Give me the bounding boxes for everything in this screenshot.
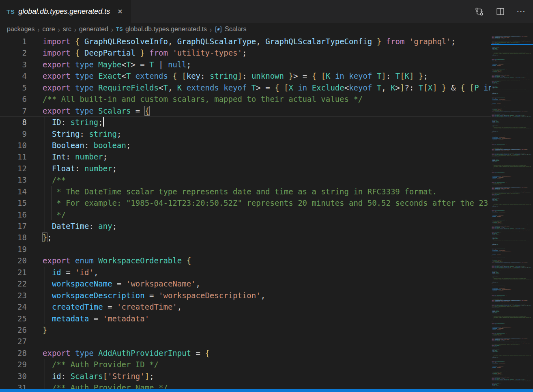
code-line[interactable]: 12 Float: number; — [0, 163, 491, 174]
code-line[interactable]: 17 DateTime: any; — [0, 220, 491, 232]
code-line[interactable]: 13 /** — [0, 174, 491, 185]
code-line[interactable]: 10 Boolean: boolean; — [0, 140, 491, 151]
breadcrumb-label: packages — [7, 26, 35, 33]
code-line[interactable]: 28export type AddAuthProviderInput = { — [0, 347, 491, 359]
code-line[interactable]: 21 id = 'id', — [0, 267, 491, 278]
breadcrumb-item-global-db-types-generated-ts[interactable]: TSglobal.db.types.generated.ts — [116, 26, 207, 33]
line-number[interactable]: 24 — [0, 301, 27, 312]
tab-global-db-types-generated-ts[interactable]: TS global.db.types.generated.ts ✕ — [0, 0, 131, 23]
code-line[interactable]: 11 Int: number; — [0, 151, 491, 162]
code-line[interactable]: 4export type Exact<T extends { [key: str… — [0, 70, 491, 82]
code-line[interactable]: 14 * The DateTime scalar type represents… — [0, 186, 491, 197]
minimap[interactable]: 1import { GraphQLResolveInfo, GraphQLSca… — [491, 36, 533, 389]
line-number[interactable]: 7 — [0, 105, 27, 116]
line-number[interactable]: 9 — [0, 128, 27, 140]
code-token — [43, 314, 52, 323]
code-line[interactable]: 18}; — [0, 232, 491, 243]
breadcrumb-item-generated[interactable]: generated — [79, 26, 108, 33]
line-number[interactable]: 2 — [0, 47, 27, 58]
code-token: T — [126, 71, 131, 80]
code-line[interactable]: 31 /** Auth Provider Name */ — [0, 382, 491, 389]
code-editor[interactable]: 1import { GraphQLResolveInfo, GraphQLSca… — [0, 36, 491, 389]
code-line[interactable]: 27 — [0, 336, 491, 347]
code-line[interactable]: 19 — [0, 243, 491, 255]
minimap-code-texture: 1import { GraphQLResolveInfo, GraphQLSca… — [492, 149, 533, 187]
line-content: workspaceName = 'workspaceName', — [43, 278, 491, 289]
line-number[interactable]: 21 — [0, 267, 27, 278]
line-number[interactable]: 1 — [0, 36, 27, 47]
code-line[interactable]: 25 metadata = 'metadata' — [0, 313, 491, 324]
code-token: < — [121, 71, 126, 80]
code-line[interactable]: 30 id: Scalars['String']; — [0, 370, 491, 382]
line-number[interactable]: 27 — [0, 336, 27, 347]
line-number[interactable]: 19 — [0, 243, 27, 255]
line-number[interactable]: 22 — [0, 278, 27, 289]
line-number[interactable]: 4 — [0, 70, 27, 82]
code-token: unknown — [251, 71, 284, 80]
line-number[interactable]: 8 — [0, 116, 27, 128]
code-token: null — [168, 60, 187, 69]
code-token: : — [242, 71, 251, 80]
breadcrumb-item-packages[interactable]: packages — [7, 26, 35, 33]
code-token: } — [288, 71, 293, 80]
line-content: DateTime: any; — [43, 220, 491, 232]
code-token: K — [177, 83, 182, 92]
ellipsis-glyph: ⋯ — [516, 9, 526, 13]
code-line[interactable]: 23 workspaceDescription = 'workspaceDesc… — [0, 290, 491, 301]
code-token: * For example: "1985-04-12T23:20:50.52Z"… — [43, 198, 488, 207]
line-number[interactable]: 20 — [0, 255, 27, 266]
code-token: T — [149, 60, 154, 69]
code-line[interactable]: 20export enum WorkspaceOrderable { — [0, 255, 491, 266]
code-line[interactable]: 9 String: string; — [0, 128, 491, 140]
split-editor-icon[interactable] — [495, 6, 505, 17]
code-token: < — [159, 83, 163, 92]
line-number[interactable]: 13 — [0, 174, 27, 185]
line-number[interactable]: 28 — [0, 347, 27, 359]
code-line[interactable]: 3export type Maybe<T> = T | null; — [0, 59, 491, 70]
code-line[interactable]: 6/** All built-in and custom scalars, ma… — [0, 93, 491, 105]
line-number[interactable]: 18 — [0, 232, 27, 243]
code-token: { — [75, 37, 80, 46]
line-number[interactable]: 17 — [0, 220, 27, 232]
code-token — [437, 83, 442, 92]
open-changes-icon[interactable] — [474, 6, 484, 17]
code-line[interactable]: 29 /** Auth Provider ID */ — [0, 359, 491, 370]
line-number[interactable]: 10 — [0, 140, 27, 151]
line-number[interactable]: 11 — [0, 151, 27, 162]
code-line[interactable]: 1import { GraphQLResolveInfo, GraphQLSca… — [0, 36, 491, 47]
code-line[interactable]: 15 * For example: "1985-04-12T23:20:50.5… — [0, 197, 491, 209]
code-line[interactable]: 26} — [0, 324, 491, 336]
line-number[interactable]: 15 — [0, 197, 27, 209]
line-content: id: Scalars['String']; — [43, 370, 491, 382]
code-line[interactable]: 16 */ — [0, 209, 491, 220]
code-token: 'utility-types' — [172, 48, 242, 57]
line-number[interactable]: 14 — [0, 186, 27, 197]
line-number[interactable]: 5 — [0, 82, 27, 93]
code-token: export — [43, 60, 75, 69]
breadcrumb-item-scalars[interactable]: Scalars — [215, 26, 246, 33]
code-line[interactable]: 8 ID: string; — [0, 116, 491, 128]
code-token: ID — [52, 118, 61, 127]
breadcrumb-item-src[interactable]: src — [63, 26, 71, 33]
code-token: export — [43, 71, 75, 80]
line-number[interactable]: 25 — [0, 313, 27, 324]
line-number[interactable]: 12 — [0, 163, 27, 174]
code-line[interactable]: 22 workspaceName = 'workspaceName', — [0, 278, 491, 289]
line-number[interactable]: 23 — [0, 290, 27, 301]
line-number[interactable]: 6 — [0, 93, 27, 105]
code-token: */ — [43, 210, 66, 219]
more-actions-icon[interactable]: ⋯ — [516, 6, 527, 17]
line-number[interactable]: 16 — [0, 209, 27, 220]
code-line[interactable]: 2import { DeepPartial } from 'utility-ty… — [0, 47, 491, 58]
line-number[interactable]: 29 — [0, 359, 27, 370]
code-line[interactable]: 7export type Scalars = { — [0, 105, 491, 116]
line-number[interactable]: 26 — [0, 324, 27, 336]
code-line[interactable]: 24 createdTime = 'createdTime', — [0, 301, 491, 312]
breadcrumb-item-core[interactable]: core — [43, 26, 55, 33]
line-number[interactable]: 3 — [0, 59, 27, 70]
line-number[interactable]: 30 — [0, 370, 27, 382]
line-number[interactable]: 31 — [0, 382, 27, 389]
close-tab-icon[interactable]: ✕ — [116, 7, 124, 16]
code-line[interactable]: 5export type RequireFields<T, K extends … — [0, 82, 491, 93]
breadcrumb-separator: › — [111, 25, 113, 33]
